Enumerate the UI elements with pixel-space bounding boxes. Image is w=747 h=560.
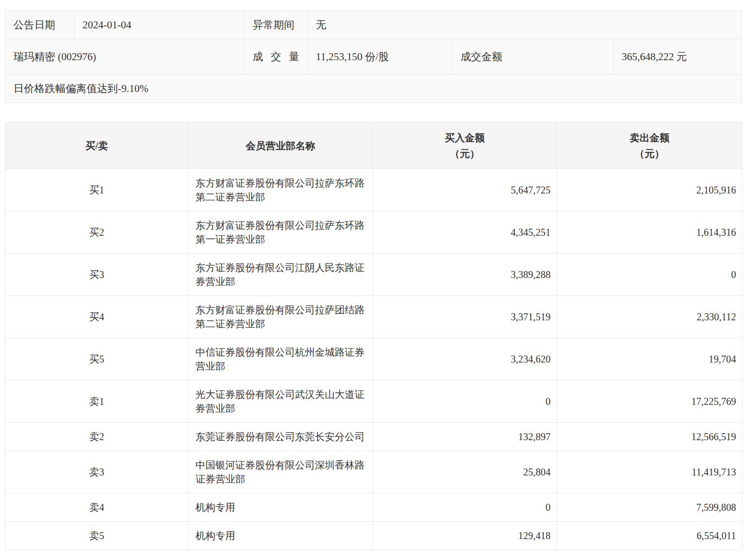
row-sell-amount: 1,614,316 xyxy=(557,211,743,254)
row-side-rank: 买3 xyxy=(5,254,188,296)
row-side-rank: 卖1 xyxy=(5,380,188,423)
table-row: 买2 东方财富证券股份有限公司拉萨东环路第一证券营业部 4,345,251 1,… xyxy=(5,211,743,254)
row-branch-name: 机构专用 xyxy=(188,493,373,522)
announcement-info-table: 公告日期 2024-01-04 异常期间 无 瑞玛精密 (002976) 成交量… xyxy=(5,10,742,103)
stock-name: 瑞玛精密 (002976) xyxy=(5,39,244,74)
row-sell-amount: 2,105,916 xyxy=(557,169,743,211)
row-branch-name: 光大证券股份有限公司武汉关山大道证券营业部 xyxy=(188,380,373,423)
row-branch-name: 东方财富证券股份有限公司拉萨东环路第一证券营业部 xyxy=(188,211,373,254)
table-row: 买3 东方证券股份有限公司江阴人民东路证券营业部 3,389,288 0 xyxy=(5,254,743,296)
table-body: 买1 东方财富证券股份有限公司拉萨东环路第二证券营业部 5,647,725 2,… xyxy=(5,169,743,550)
row-side-rank: 卖5 xyxy=(5,522,188,550)
row-sell-amount: 6,554,011 xyxy=(557,522,743,550)
row-branch-name: 中信证券股份有限公司杭州金城路证券营业部 xyxy=(188,338,373,380)
row-buy-amount: 25,804 xyxy=(373,451,557,493)
header-buy-line2: （元） xyxy=(378,146,552,162)
info-row-deviation: 日价格跌幅偏离值达到-9.10% xyxy=(5,74,742,102)
table-row: 卖1 光大证券股份有限公司武汉关山大道证券营业部 0 17,225,769 xyxy=(5,380,743,423)
row-sell-amount: 11,419,713 xyxy=(557,451,743,493)
announce-date-value: 2024-01-04 xyxy=(74,11,244,39)
table-header-row: 买/卖 会员营业部名称 买入金额 （元） 卖出金额 （元） xyxy=(5,122,743,169)
row-side-rank: 卖2 xyxy=(5,423,188,451)
table-row: 买5 中信证券股份有限公司杭州金城路证券营业部 3,234,620 19,704 xyxy=(5,338,743,380)
header-sell-line2: （元） xyxy=(562,146,737,162)
row-buy-amount: 3,389,288 xyxy=(373,254,557,296)
turnover-label: 成交金额 xyxy=(452,39,613,74)
row-buy-amount: 129,418 xyxy=(373,522,557,550)
row-buy-amount: 5,647,725 xyxy=(373,169,557,211)
volume-value: 11,253,150 份/股 xyxy=(307,39,452,74)
row-buy-amount: 132,897 xyxy=(373,423,557,451)
row-sell-amount: 2,330,112 xyxy=(557,296,743,338)
abnormal-period-label: 异常期间 xyxy=(244,11,307,39)
row-sell-amount: 0 xyxy=(557,254,743,296)
row-buy-amount: 0 xyxy=(373,380,557,423)
row-branch-name: 东方财富证券股份有限公司拉萨东环路第二证券营业部 xyxy=(188,169,373,211)
table-row: 卖5 机构专用 129,418 6,554,011 xyxy=(5,522,743,550)
header-buy-amount: 买入金额 （元） xyxy=(373,122,557,169)
row-branch-name: 东方财富证券股份有限公司拉萨团结路第二证券营业部 xyxy=(188,296,373,338)
row-side-rank: 卖4 xyxy=(5,493,188,522)
row-branch-name: 东莞证券股份有限公司东莞长安分公司 xyxy=(188,423,373,451)
announce-date-label: 公告日期 xyxy=(5,11,74,39)
row-sell-amount: 19,704 xyxy=(557,338,743,380)
deviation-note: 日价格跌幅偏离值达到-9.10% xyxy=(5,75,742,102)
volume-label: 成交量 xyxy=(244,39,307,74)
row-buy-amount: 3,371,519 xyxy=(373,296,557,338)
row-buy-amount: 3,234,620 xyxy=(373,338,557,380)
row-buy-amount: 0 xyxy=(373,493,557,522)
table-row: 卖4 机构专用 0 7,599,808 xyxy=(5,493,743,522)
header-branch: 会员营业部名称 xyxy=(188,122,373,169)
row-side-rank: 买1 xyxy=(5,169,188,211)
page: 公告日期 2024-01-04 异常期间 无 瑞玛精密 (002976) 成交量… xyxy=(0,0,747,560)
table-row: 卖2 东莞证券股份有限公司东莞长安分公司 132,897 12,566,519 xyxy=(5,423,743,451)
row-side-rank: 买4 xyxy=(5,296,188,338)
row-branch-name: 东方证券股份有限公司江阴人民东路证券营业部 xyxy=(188,254,373,296)
info-row-date: 公告日期 2024-01-04 异常期间 无 xyxy=(5,11,742,39)
row-side-rank: 买5 xyxy=(5,338,188,380)
volume-label-text: 成交量 xyxy=(253,50,299,64)
info-row-stock: 瑞玛精密 (002976) 成交量 11,253,150 份/股 成交金额 36… xyxy=(5,39,742,74)
header-sell-line1: 卖出金额 xyxy=(562,130,737,146)
row-branch-name: 中国银河证券股份有限公司深圳香林路证券营业部 xyxy=(188,451,373,493)
header-buy-line1: 买入金额 xyxy=(378,130,552,146)
header-sell-amount: 卖出金额 （元） xyxy=(557,122,743,169)
header-side: 买/卖 xyxy=(5,122,188,169)
table-row: 买4 东方财富证券股份有限公司拉萨团结路第二证券营业部 3,371,519 2,… xyxy=(5,296,743,338)
row-branch-name: 机构专用 xyxy=(188,522,373,550)
row-side-rank: 卖3 xyxy=(5,451,188,493)
row-sell-amount: 7,599,808 xyxy=(557,493,743,522)
broker-branch-table: 买/卖 会员营业部名称 买入金额 （元） 卖出金额 （元） 买1 东方财富证券股… xyxy=(5,122,743,550)
row-sell-amount: 12,566,519 xyxy=(557,423,743,451)
table-row: 卖3 中国银河证券股份有限公司深圳香林路证券营业部 25,804 11,419,… xyxy=(5,451,743,493)
row-side-rank: 买2 xyxy=(5,211,188,254)
turnover-value: 365,648,222 元 xyxy=(613,39,742,74)
row-sell-amount: 17,225,769 xyxy=(557,380,743,423)
row-buy-amount: 4,345,251 xyxy=(373,211,557,254)
table-row: 买1 东方财富证券股份有限公司拉萨东环路第二证券营业部 5,647,725 2,… xyxy=(5,169,743,211)
abnormal-period-value: 无 xyxy=(307,11,742,39)
